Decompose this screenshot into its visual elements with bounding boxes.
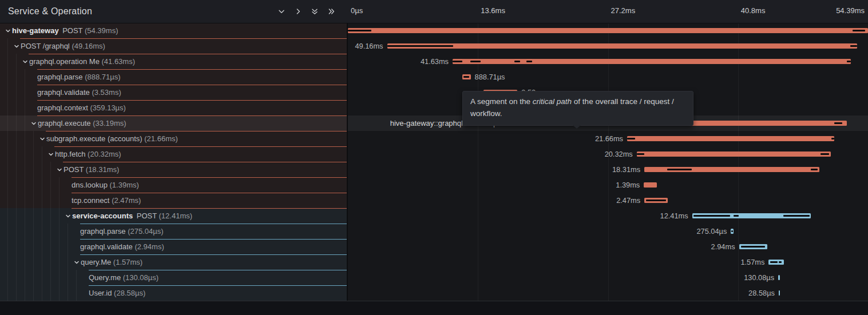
span-bar[interactable] — [778, 275, 780, 280]
span-duration: (18.31ms) — [86, 165, 120, 174]
span-bar[interactable] — [348, 28, 868, 33]
bottom-strip — [0, 301, 868, 315]
span-duration: (21.66ms) — [144, 134, 178, 143]
expand-chevron-icon[interactable] — [39, 135, 45, 142]
indent-guide — [7, 85, 8, 100]
span-duration: (2.47ms) — [112, 196, 141, 205]
span-tree-row[interactable]: graphql.parse (275.04µs) — [0, 224, 347, 239]
span-bar[interactable] — [644, 167, 819, 172]
double-chevron-down-icon[interactable] — [308, 5, 321, 18]
span-bar-row[interactable]: 2.47ms — [348, 193, 868, 208]
span-bar-row[interactable]: 2.94ms — [348, 239, 868, 254]
span-tree-row[interactable]: hive-gateway POST (54.39ms) — [0, 23, 347, 38]
span-bar-row[interactable]: 41.63ms — [348, 54, 868, 69]
indent-guide — [16, 285, 17, 301]
span-tree-row[interactable]: service-accounts POST (12.41ms) — [0, 208, 347, 224]
span-duration-label: 18.31ms — [612, 162, 640, 177]
span-bar[interactable] — [779, 290, 780, 296]
row-border — [37, 85, 347, 85]
span-bar-row[interactable]: 275.04µs — [348, 224, 868, 239]
span-bar[interactable] — [731, 229, 734, 234]
span-bar-row[interactable]: 20.32ms — [348, 146, 868, 162]
operation-name: graphql.operation Me — [29, 57, 100, 66]
indent-guide — [25, 69, 25, 85]
span-label: POST (18.31ms) — [64, 162, 119, 177]
chevron-right-icon[interactable] — [292, 5, 304, 18]
span-bar[interactable] — [453, 59, 851, 64]
indent-guide — [25, 239, 25, 254]
span-tree-row[interactable]: tcp.connect (2.47ms) — [0, 193, 347, 208]
span-bar[interactable] — [627, 136, 834, 141]
indent-guide — [25, 115, 25, 131]
service-name: hive-gateway — [12, 26, 59, 35]
span-duration: (49.16ms) — [72, 42, 105, 50]
expand-chevron-icon[interactable] — [30, 120, 37, 126]
span-bar[interactable] — [768, 260, 783, 265]
expand-chevron-icon[interactable] — [13, 43, 19, 49]
span-bar-row[interactable]: 1.39ms — [348, 177, 868, 193]
expand-chevron-icon[interactable] — [5, 27, 11, 34]
operation-name: tcp.connect — [72, 196, 110, 205]
span-bar[interactable] — [739, 244, 767, 249]
span-bar[interactable] — [644, 198, 668, 203]
double-chevron-right-icon[interactable] — [325, 5, 338, 18]
indent-guide — [7, 208, 8, 224]
span-tree-row[interactable]: graphql.execute (33.19ms) — [0, 115, 347, 131]
indent-guide — [25, 85, 25, 100]
indent-guide — [16, 193, 17, 208]
trace-header: Service & Operation 0µs13.6ms27.2ms40.8m… — [0, 0, 868, 23]
span-bar-row[interactable]: 21.66ms — [348, 131, 868, 146]
row-border — [29, 54, 347, 54]
expand-chevron-icon[interactable] — [73, 259, 80, 265]
critical-path-segment — [470, 61, 480, 62]
span-tree-row[interactable]: graphql.parse (888.71µs) — [0, 69, 347, 85]
indent-guide — [7, 100, 8, 115]
span-tree-row[interactable]: graphql.validate (2.94ms) — [0, 239, 347, 254]
span-tree-row[interactable]: query.Me (1.57ms) — [0, 254, 347, 270]
span-bar-row[interactable] — [348, 23, 868, 38]
indent-guide — [16, 239, 17, 254]
expand-chevron-icon[interactable] — [65, 213, 71, 219]
span-duration: (275.04µs) — [128, 227, 163, 236]
span-tree-row[interactable]: graphql.context (359.13µs) — [0, 100, 347, 115]
span-bar-row[interactable]: 1.57ms — [348, 254, 868, 270]
span-bar-row[interactable]: 130.08µs — [348, 270, 868, 285]
span-bar[interactable] — [387, 43, 858, 49]
expand-chevron-icon[interactable] — [47, 151, 54, 157]
chevron-down-icon[interactable] — [275, 5, 288, 18]
span-tree-row[interactable]: http.fetch (20.32ms) — [0, 146, 347, 162]
indent-guide — [16, 224, 17, 239]
span-tree-row[interactable]: User.id (28.58µs) — [0, 285, 347, 301]
span-duration: (41.63ms) — [101, 57, 135, 66]
span-bar-row[interactable]: 28.58µs — [348, 285, 868, 301]
span-tree-row[interactable]: graphql.operation Me (41.63ms) — [0, 54, 347, 69]
span-bar-row[interactable]: 18.31ms — [348, 162, 868, 177]
span-tree-row[interactable]: POST (18.31ms) — [0, 162, 347, 177]
indent-guide — [50, 177, 51, 193]
span-tree-row[interactable]: subgraph.execute (accounts) (21.66ms) — [0, 131, 347, 146]
span-label: query.Me (1.57ms) — [81, 254, 142, 270]
span-label: tcp.connect (2.47ms) — [72, 193, 141, 208]
panel-splitter[interactable] — [347, 0, 348, 301]
span-bar[interactable] — [692, 213, 811, 218]
tooltip-emphasis: critical path — [533, 97, 572, 106]
indent-guide — [7, 254, 8, 270]
service-name: service-accounts — [72, 212, 133, 220]
expand-chevron-icon[interactable] — [22, 58, 28, 65]
critical-path-segment — [637, 153, 645, 155]
span-bar[interactable] — [644, 182, 657, 188]
expand-chevron-icon[interactable] — [56, 166, 62, 173]
indent-guide — [25, 208, 25, 224]
span-bar[interactable] — [637, 151, 831, 157]
span-tree-row[interactable]: graphql.validate (3.53ms) — [0, 85, 347, 100]
indent-guide — [59, 224, 60, 239]
span-tree-row[interactable]: POST /graphql (49.16ms) — [0, 38, 347, 54]
span-tree-row[interactable]: Query.me (130.08µs) — [0, 270, 347, 285]
span-bar-row[interactable]: 888.71µs — [348, 69, 868, 85]
span-bar[interactable] — [462, 74, 471, 79]
span-duration-label: 2.94ms — [711, 239, 735, 254]
span-tree-row[interactable]: dns.lookup (1.39ms) — [0, 177, 347, 193]
span-bar-row[interactable]: 49.16ms — [348, 38, 868, 54]
span-bar-row[interactable]: 12.41ms — [348, 208, 868, 224]
indent-guide — [76, 285, 77, 301]
